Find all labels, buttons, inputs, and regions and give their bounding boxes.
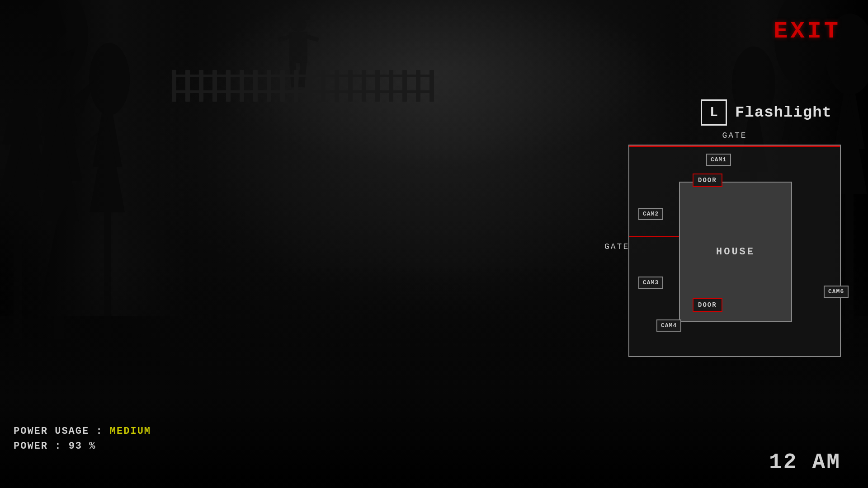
power-label: POWER : bbox=[14, 441, 69, 452]
gate-top-underline bbox=[629, 145, 840, 147]
cam2-label[interactable]: CAM2 bbox=[638, 208, 663, 220]
gate-left-line bbox=[629, 236, 679, 237]
house-label: HOUSE bbox=[716, 246, 755, 258]
power-usage-value: MEDIUM bbox=[110, 426, 151, 437]
door-top-label[interactable]: DOOR bbox=[693, 174, 722, 187]
power-usage-line: POWER USAGE : MEDIUM bbox=[14, 426, 151, 437]
power-line: POWER : 93 % bbox=[14, 441, 151, 452]
power-info: POWER USAGE : MEDIUM POWER : 93 % bbox=[14, 426, 151, 452]
flashlight-indicator: L Flashlight bbox=[701, 99, 832, 126]
gate-top-label: GATE bbox=[722, 131, 747, 140]
cam3-label[interactable]: CAM3 bbox=[638, 277, 663, 289]
cam4-label[interactable]: CAM4 bbox=[656, 319, 681, 332]
flashlight-label: Flashlight bbox=[735, 104, 832, 121]
gate-left-label: GATE bbox=[604, 242, 629, 251]
power-usage-label: POWER USAGE : bbox=[14, 426, 110, 437]
flashlight-key-badge: L bbox=[701, 99, 727, 126]
cam6-label[interactable]: CAM6 bbox=[824, 286, 849, 298]
door-bottom-label[interactable]: DOOR bbox=[693, 298, 722, 312]
time-display: 12 AM bbox=[769, 450, 841, 474]
cam1-label[interactable]: CAM1 bbox=[706, 154, 731, 166]
ui-layer: EXIT L Flashlight GATE GATE HOUSE CAM1 D… bbox=[0, 0, 868, 488]
map-container: GATE GATE HOUSE CAM1 DOOR CAM2 CAM3 DOOR… bbox=[628, 145, 841, 357]
power-value: 93 % bbox=[69, 441, 96, 452]
exit-button[interactable]: EXIT bbox=[774, 18, 841, 45]
